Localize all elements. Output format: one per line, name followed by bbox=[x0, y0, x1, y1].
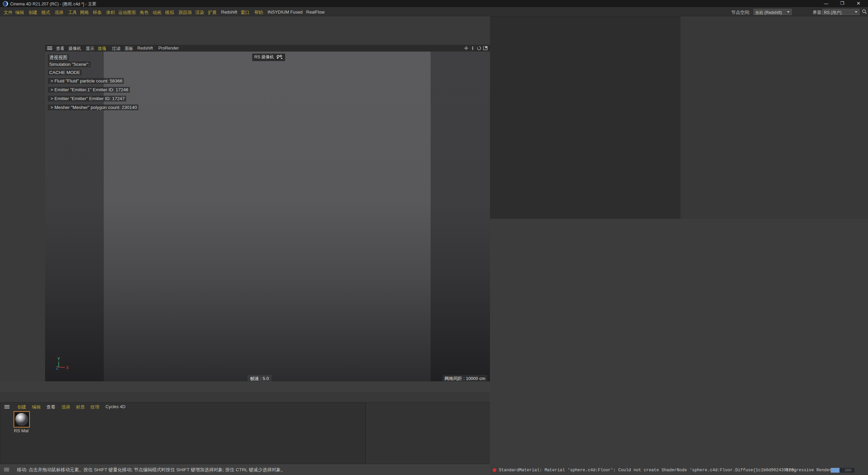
svg-text:Z: Z bbox=[56, 366, 58, 370]
svg-text:X: X bbox=[66, 365, 69, 370]
svg-text:Y: Y bbox=[57, 357, 60, 361]
